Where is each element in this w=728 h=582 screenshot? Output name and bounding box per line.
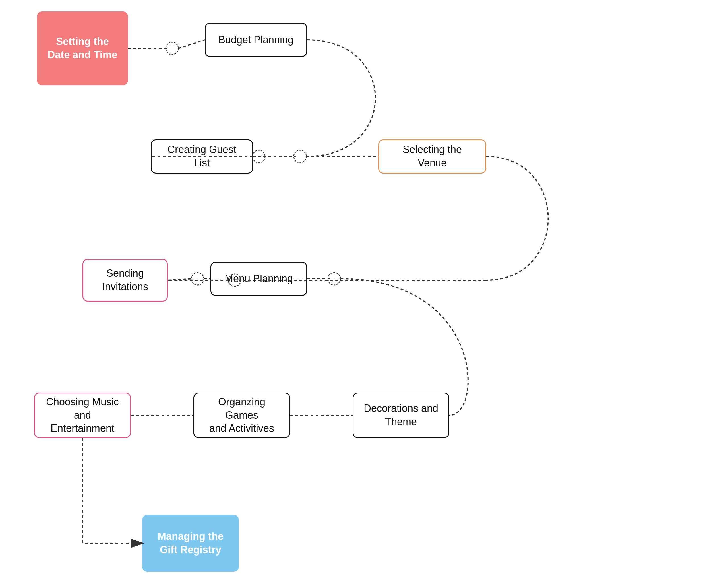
svg-point-16 (328, 273, 340, 285)
choosing-music-node: Choosing Music andEntertainment (34, 393, 131, 438)
sending-invitations-node: SendingInvitations (82, 259, 168, 302)
organizing-games-node: Organzing Gamesand Activitives (193, 393, 290, 438)
svg-point-13 (191, 273, 204, 285)
svg-line-3 (178, 40, 205, 48)
svg-line-12 (168, 279, 193, 280)
setting-date-node: Setting theDate and Time (37, 11, 128, 85)
svg-point-7 (294, 150, 306, 163)
decorations-theme-node: Decorations andTheme (353, 393, 449, 438)
menu-planning-node: Menu Planning (210, 262, 307, 296)
selecting-venue-node: Selecting the Venue (378, 140, 486, 174)
managing-gift-registry-node: Managing theGift Registry (142, 515, 239, 572)
svg-point-2 (166, 42, 178, 55)
budget-planning-node: Budget Planning (205, 23, 307, 57)
svg-point-4 (253, 150, 265, 163)
creating-guest-list-node: Creating Guest List (151, 140, 253, 174)
